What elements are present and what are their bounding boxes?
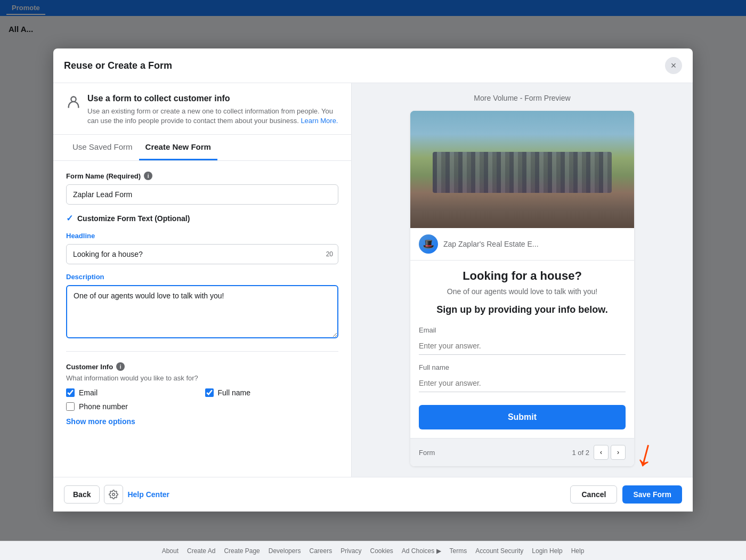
description-textarea[interactable] <box>66 285 338 338</box>
orange-arrow-icon: ↓ <box>633 433 660 474</box>
about-link[interactable]: About <box>162 547 179 555</box>
help-link[interactable]: Help <box>571 547 585 555</box>
customer-info-sub: What information would you like to ask f… <box>66 374 338 382</box>
intro-heading: Use a form to collect customer info <box>87 94 338 103</box>
headline-group: Headline 20 <box>66 232 338 264</box>
preview-form-label: Form <box>419 449 572 457</box>
back-button[interactable]: Back <box>64 485 100 504</box>
headline-label: Headline <box>66 232 338 240</box>
preview-submit-button: Submit <box>419 405 626 429</box>
intro-description: Use an existing form or create a new one… <box>87 107 338 126</box>
fullname-checkbox-item[interactable]: Full name <box>205 388 339 397</box>
create-page-link[interactable]: Create Page <box>224 547 260 555</box>
create-ad-link[interactable]: Create Ad <box>187 547 215 555</box>
preview-footer: Form 1 of 2 ‹ › <box>410 438 634 466</box>
preview-image <box>410 111 634 228</box>
show-more-link[interactable]: Show more options <box>66 417 338 426</box>
modal-body: Use a form to collect customer info Use … <box>53 83 693 477</box>
save-form-button[interactable]: Save Form <box>622 485 682 504</box>
customer-info-label: Customer Info i <box>66 362 338 371</box>
phone-checkbox[interactable] <box>66 402 75 411</box>
checkmark-icon: ✓ <box>66 213 73 223</box>
preview-email-field: Email <box>419 326 626 355</box>
customize-checkbox[interactable]: ✓ Customize Form Text (Optional) <box>66 213 338 223</box>
person-icon <box>66 95 81 113</box>
description-label: Description <box>66 273 338 281</box>
email-checkbox[interactable] <box>66 388 75 397</box>
next-arrow-button[interactable]: › <box>611 445 626 460</box>
learn-more-link[interactable]: Learn More. <box>301 117 338 125</box>
form-name-label: Form Name (Required) i <box>66 172 338 180</box>
headline-input[interactable] <box>66 244 338 264</box>
tab-create-new[interactable]: Create New Form <box>139 135 217 160</box>
careers-link[interactable]: Careers <box>309 547 332 555</box>
left-panel: Use a form to collect customer info Use … <box>53 83 352 477</box>
email-checkbox-item[interactable]: Email <box>66 388 200 397</box>
ad-choices-link[interactable]: Ad Choices ▶ <box>402 547 441 555</box>
preview-subtext: One of our agents would love to talk wit… <box>419 287 626 296</box>
modal-title: Reuse or Create a Form <box>64 60 172 71</box>
preview-profile: 🎩 Zap Zaplar's Real Estate E... <box>410 228 634 261</box>
terms-link[interactable]: Terms <box>450 547 467 555</box>
form-name-input[interactable] <box>66 184 338 205</box>
modal-footer: Back Help Center Cancel Save Form <box>53 477 693 512</box>
email-label: Email <box>79 388 98 397</box>
customer-info-group: Customer Info i What information would y… <box>66 362 338 426</box>
form-name-group: Form Name (Required) i <box>66 172 338 205</box>
prev-arrow-button[interactable]: ‹ <box>594 445 609 460</box>
description-group: Description <box>66 273 338 340</box>
nav-arrows: ‹ › <box>594 445 626 460</box>
svg-point-1 <box>112 493 115 496</box>
gear-button[interactable] <box>104 485 123 504</box>
preview-fullname-input <box>419 375 626 392</box>
preview-card: 🎩 Zap Zaplar's Real Estate E... Looking … <box>410 111 634 466</box>
cancel-button[interactable]: Cancel <box>570 485 617 504</box>
login-help-link[interactable]: Login Help <box>532 547 562 555</box>
preview-email-input <box>419 337 626 355</box>
footer-left: Back Help Center <box>64 485 169 504</box>
intro-text: Use a form to collect customer info Use … <box>87 94 338 126</box>
crowd-image <box>410 111 634 228</box>
fullname-label: Full name <box>218 388 250 397</box>
preview-headline: Looking for a house? <box>419 269 626 283</box>
preview-email-label: Email <box>419 326 626 334</box>
svg-point-0 <box>71 97 76 102</box>
headline-input-wrapper: 20 <box>66 244 338 264</box>
cookies-link[interactable]: Cookies <box>370 547 393 555</box>
privacy-link[interactable]: Privacy <box>340 547 361 555</box>
preview-signup-text: Sign up by providing your info below. <box>419 304 626 315</box>
page-indicator: 1 of 2 <box>572 449 589 457</box>
gear-icon <box>109 490 118 499</box>
preview-title: More Volume - Form Preview <box>364 94 680 102</box>
divider <box>66 351 338 352</box>
modal-header: Reuse or Create a Form × <box>53 48 693 83</box>
form-name-info-icon[interactable]: i <box>144 172 152 180</box>
developers-link[interactable]: Developers <box>269 547 301 555</box>
phone-label: Phone number <box>79 402 128 411</box>
preview-content: Looking for a house? One of our agents w… <box>410 261 634 438</box>
preview-fullname-field: Full name <box>419 363 626 392</box>
help-center-link[interactable]: Help Center <box>127 490 169 499</box>
footer-right: Cancel Save Form <box>570 485 682 504</box>
headline-char-count: 20 <box>326 250 333 258</box>
preview-fullname-label: Full name <box>419 363 626 371</box>
fullname-checkbox[interactable] <box>205 388 214 397</box>
tab-use-saved[interactable]: Use Saved Form <box>66 135 139 160</box>
avatar: 🎩 <box>419 234 438 254</box>
customer-info-icon[interactable]: i <box>116 362 125 371</box>
intro-section: Use a form to collect customer info Use … <box>53 83 351 135</box>
account-security-link[interactable]: Account Security <box>475 547 523 555</box>
form-content: Form Name (Required) i ✓ Customize Form … <box>53 161 351 477</box>
close-button[interactable]: × <box>665 57 682 74</box>
tabs: Use Saved Form Create New Form <box>53 135 351 161</box>
profile-name: Zap Zaplar's Real Estate E... <box>443 240 539 248</box>
modal-overlay: Reuse or Create a Form × Use a form to c… <box>0 0 746 560</box>
bottom-bar: About Create Ad Create Page Developers C… <box>0 541 746 560</box>
modal: Reuse or Create a Form × Use a form to c… <box>53 48 693 512</box>
checkboxes-grid: Email Full name Phone number <box>66 388 338 411</box>
right-panel: More Volume - Form Preview 🎩 Zap Zaplar'… <box>352 83 693 477</box>
phone-checkbox-item[interactable]: Phone number <box>66 402 200 411</box>
